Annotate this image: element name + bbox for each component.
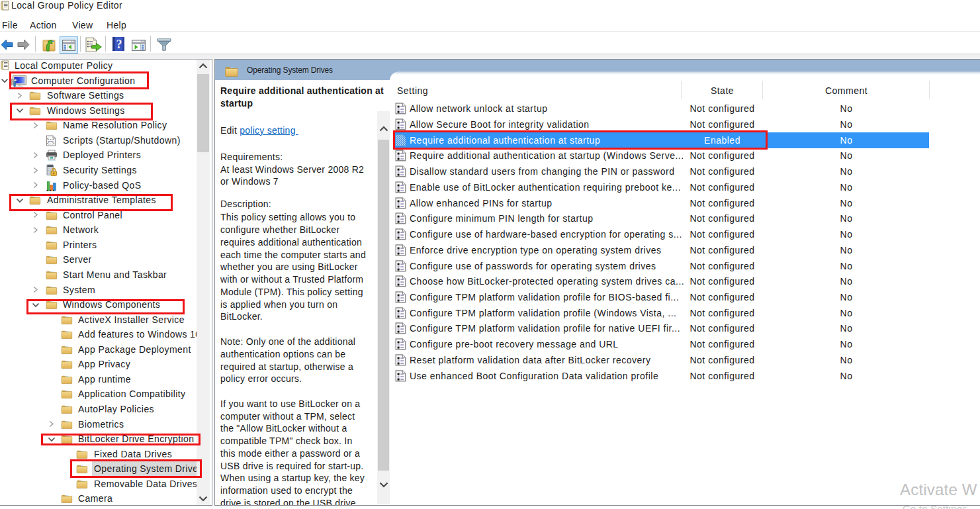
svg-text:?: ? <box>116 38 122 51</box>
svg-text:<->: <-> <box>46 142 54 146</box>
svg-text:<->: <-> <box>46 137 54 142</box>
